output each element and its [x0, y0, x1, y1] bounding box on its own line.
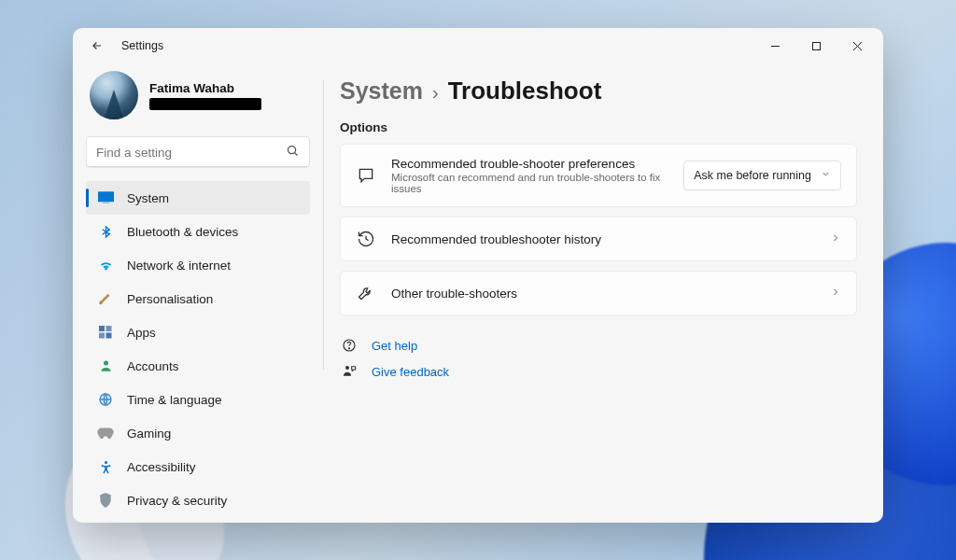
footer-links: Get help Give feedback	[340, 332, 857, 385]
card-desc: Microsoft can recommend and run trouble-…	[391, 172, 668, 194]
history-icon	[356, 230, 376, 248]
divider	[323, 80, 324, 370]
sidebar-item-label: Network & internet	[127, 259, 231, 273]
sidebar-item-label: Personalisation	[127, 292, 213, 306]
svg-point-8	[104, 360, 108, 365]
page-title: Troubleshoot	[448, 77, 602, 105]
section-label: Options	[340, 120, 857, 134]
nav: System Bluetooth & devices Network & int…	[86, 181, 310, 515]
svg-point-10	[104, 460, 106, 463]
card-other-troubleshooters[interactable]: Other trouble-shooters	[340, 271, 857, 315]
sidebar-item-label: System	[127, 191, 169, 205]
sidebar-item-label: Time & language	[127, 393, 222, 407]
wifi-icon	[97, 257, 114, 273]
dropdown-value: Ask me before running	[694, 169, 811, 182]
avatar	[90, 71, 138, 119]
sidebar-item-time-language[interactable]: Time & language	[86, 383, 310, 416]
chat-icon	[356, 166, 376, 185]
sidebar-item-personalisation[interactable]: Personalisation	[86, 282, 310, 315]
link-text[interactable]: Get help	[372, 339, 417, 353]
sidebar-item-label: Bluetooth & devices	[127, 225, 238, 239]
svg-point-13	[345, 366, 349, 370]
sidebar-item-network[interactable]: Network & internet	[86, 248, 310, 282]
bluetooth-icon	[97, 223, 114, 240]
titlebar: Settings	[73, 28, 883, 63]
window-title: Settings	[121, 39, 163, 52]
shield-icon	[97, 492, 114, 509]
card-title: Recommended trouble-shooter preferences	[391, 157, 668, 171]
breadcrumb-parent[interactable]: System	[340, 77, 423, 105]
maximize-button[interactable]	[795, 32, 836, 60]
sidebar-item-privacy[interactable]: Privacy & security	[86, 483, 310, 515]
minimize-button[interactable]	[754, 32, 795, 60]
sidebar-item-label: Privacy & security	[127, 494, 227, 508]
search-box[interactable]	[86, 136, 310, 168]
sidebar-item-bluetooth[interactable]: Bluetooth & devices	[86, 215, 310, 248]
search-icon	[286, 144, 300, 161]
profile-email-redacted	[149, 98, 261, 110]
svg-rect-3	[103, 202, 109, 203]
close-button[interactable]	[836, 32, 878, 60]
wrench-icon	[356, 284, 376, 302]
card-troubleshooter-history[interactable]: Recommended troubleshooter history	[340, 217, 857, 261]
svg-rect-6	[99, 332, 105, 338]
chevron-down-icon	[821, 169, 831, 182]
back-button[interactable]	[86, 39, 108, 52]
profile[interactable]: Fatima Wahab	[86, 67, 310, 129]
feedback-icon	[340, 364, 358, 379]
person-icon	[97, 357, 114, 374]
paintbrush-icon	[97, 290, 114, 307]
gamepad-icon	[97, 425, 114, 441]
sidebar-item-accounts[interactable]: Accounts	[86, 349, 310, 383]
chevron-right-icon	[830, 285, 841, 301]
svg-rect-2	[98, 191, 114, 202]
chevron-right-icon: ›	[432, 82, 439, 104]
svg-rect-4	[99, 326, 105, 331]
sidebar-item-label: Gaming	[127, 427, 171, 441]
svg-point-1	[288, 146, 296, 153]
link-text[interactable]: Give feedback	[372, 365, 449, 379]
sidebar-item-label: Accessibility	[127, 460, 196, 474]
sidebar-item-system[interactable]: System	[86, 181, 310, 215]
sidebar-item-gaming[interactable]: Gaming	[86, 416, 310, 450]
settings-window: Settings Fatima Wahab	[73, 28, 883, 523]
sidebar-item-label: Accounts	[127, 359, 179, 373]
help-icon	[340, 338, 358, 353]
troubleshooter-mode-dropdown[interactable]: Ask me before running	[683, 161, 841, 190]
give-feedback-link[interactable]: Give feedback	[340, 358, 857, 385]
svg-rect-5	[105, 326, 111, 331]
get-help-link[interactable]: Get help	[340, 332, 857, 358]
main-content: System › Troubleshoot Options Recommende…	[323, 63, 883, 523]
display-icon	[97, 189, 114, 206]
svg-rect-7	[105, 332, 111, 338]
chevron-right-icon	[830, 231, 841, 247]
sidebar-item-label: Apps	[127, 326, 156, 340]
profile-name: Fatima Wahab	[149, 81, 261, 95]
svg-point-12	[348, 348, 349, 349]
card-title: Other trouble-shooters	[391, 287, 815, 301]
sidebar: Fatima Wahab System Bluetooth & devices	[73, 63, 323, 523]
accessibility-icon	[97, 458, 114, 475]
globe-icon	[97, 391, 114, 408]
search-input[interactable]	[96, 146, 286, 160]
sidebar-item-apps[interactable]: Apps	[86, 315, 310, 349]
card-troubleshooter-preferences[interactable]: Recommended trouble-shooter preferences …	[340, 144, 857, 207]
svg-rect-0	[812, 42, 820, 49]
apps-icon	[97, 324, 114, 341]
breadcrumb: System › Troubleshoot	[340, 77, 857, 105]
sidebar-item-accessibility[interactable]: Accessibility	[86, 450, 310, 483]
card-title: Recommended troubleshooter history	[391, 232, 815, 246]
